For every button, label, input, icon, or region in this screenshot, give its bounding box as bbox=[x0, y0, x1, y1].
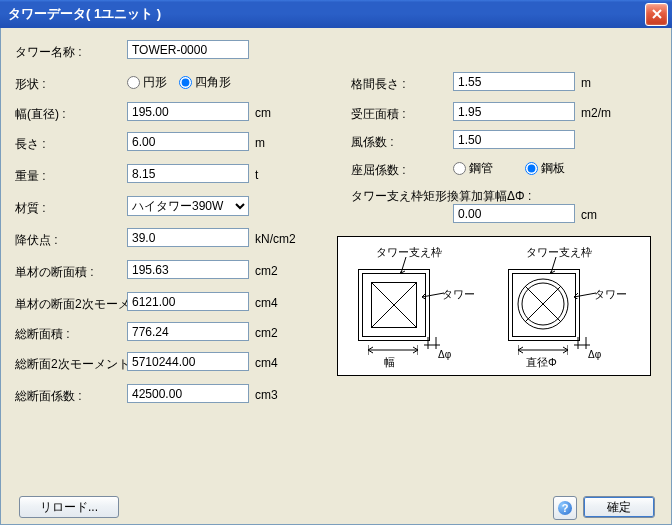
diagram-right-circle bbox=[517, 278, 569, 330]
area1-unit: cm2 bbox=[255, 264, 278, 278]
length-input[interactable] bbox=[127, 132, 249, 151]
reload-button-label: リロード... bbox=[40, 499, 98, 516]
diagram-tower-label-2: タワー bbox=[594, 287, 627, 302]
weight-unit: t bbox=[255, 168, 258, 182]
ok-button[interactable]: 確定 bbox=[583, 496, 655, 518]
mom-total-label: 総断面2次モーメント : bbox=[15, 356, 136, 373]
close-button[interactable] bbox=[645, 3, 668, 26]
arrow-icon bbox=[572, 289, 596, 299]
shape-circle-radio[interactable]: 円形 bbox=[127, 74, 167, 91]
diagram-panel: タワー支え枠 タワー 幅 Δφ タワー支え枠 タワー 直径Φ Δφ bbox=[337, 236, 651, 376]
mom-total-unit: cm4 bbox=[255, 356, 278, 370]
buckling-pipe-radio[interactable]: 鋼管 bbox=[453, 160, 493, 177]
help-button[interactable]: ? bbox=[553, 496, 577, 520]
press-input[interactable] bbox=[453, 102, 575, 121]
diagram-left-inner bbox=[371, 282, 417, 328]
extra-unit: cm bbox=[581, 208, 597, 222]
buckling-label: 座屈係数 : bbox=[351, 162, 406, 179]
press-unit: m2/m bbox=[581, 106, 611, 120]
diagram-tower-label-1: タワー bbox=[442, 287, 475, 302]
title-bar: タワーデータ( 1ユニット ) bbox=[0, 0, 672, 29]
extra-label: タワー支え枠矩形換算加算幅ΔΦ : bbox=[351, 188, 531, 205]
shape-rect-text: 四角形 bbox=[195, 74, 231, 91]
length-unit: m bbox=[255, 136, 265, 150]
ok-button-label: 確定 bbox=[607, 499, 631, 516]
wind-label: 風係数 : bbox=[351, 134, 394, 151]
shape-label: 形状 : bbox=[15, 76, 46, 93]
modulus-label: 総断面係数 : bbox=[15, 388, 82, 405]
dialog-client: タワー名称 : 形状 : 円形 四角形 幅(直径) : cm 長さ : m 重量… bbox=[0, 28, 672, 525]
cross-icon bbox=[372, 283, 416, 327]
diagram-delta-caption-2: Δφ bbox=[588, 349, 601, 360]
yield-unit: kN/cm2 bbox=[255, 232, 296, 246]
material-select[interactable]: ハイタワー390W bbox=[127, 196, 249, 216]
length-label: 長さ : bbox=[15, 136, 46, 153]
area1-input[interactable] bbox=[127, 260, 249, 279]
area-total-label: 総断面積 : bbox=[15, 326, 70, 343]
tower-name-input[interactable] bbox=[127, 40, 249, 59]
buckling-plate-text: 鋼板 bbox=[541, 160, 565, 177]
arrow-icon bbox=[420, 289, 444, 299]
span-input[interactable] bbox=[453, 72, 575, 91]
span-label: 格間長さ : bbox=[351, 76, 406, 93]
mom1-input[interactable] bbox=[127, 292, 249, 311]
area1-label: 単材の断面積 : bbox=[15, 264, 94, 281]
reload-button[interactable]: リロード... bbox=[19, 496, 119, 518]
width-input[interactable] bbox=[127, 102, 249, 121]
yield-input[interactable] bbox=[127, 228, 249, 247]
extra-input[interactable] bbox=[453, 204, 575, 223]
modulus-unit: cm3 bbox=[255, 388, 278, 402]
span-unit: m bbox=[581, 76, 591, 90]
width-label: 幅(直径) : bbox=[15, 106, 66, 123]
window-title: タワーデータ( 1ユニット ) bbox=[8, 5, 161, 23]
close-icon bbox=[652, 9, 662, 19]
help-icon: ? bbox=[558, 501, 572, 515]
weight-input[interactable] bbox=[127, 164, 249, 183]
buckling-pipe-text: 鋼管 bbox=[469, 160, 493, 177]
wind-input[interactable] bbox=[453, 130, 575, 149]
width-unit: cm bbox=[255, 106, 271, 120]
area-total-unit: cm2 bbox=[255, 326, 278, 340]
area-total-input[interactable] bbox=[127, 322, 249, 341]
material-label: 材質 : bbox=[15, 200, 46, 217]
shape-rect-radio[interactable]: 四角形 bbox=[179, 74, 231, 91]
mom1-unit: cm4 bbox=[255, 296, 278, 310]
tower-name-label: タワー名称 : bbox=[15, 44, 82, 61]
mom-total-input[interactable] bbox=[127, 352, 249, 371]
diagram-delta-caption-1: Δφ bbox=[438, 349, 451, 360]
weight-label: 重量 : bbox=[15, 168, 46, 185]
shape-circle-text: 円形 bbox=[143, 74, 167, 91]
diagram-width-caption: 幅 bbox=[384, 355, 395, 370]
buckling-plate-radio[interactable]: 鋼板 bbox=[525, 160, 565, 177]
modulus-input[interactable] bbox=[127, 384, 249, 403]
press-label: 受圧面積 : bbox=[351, 106, 406, 123]
yield-label: 降伏点 : bbox=[15, 232, 58, 249]
diagram-diameter-caption: 直径Φ bbox=[526, 355, 557, 370]
